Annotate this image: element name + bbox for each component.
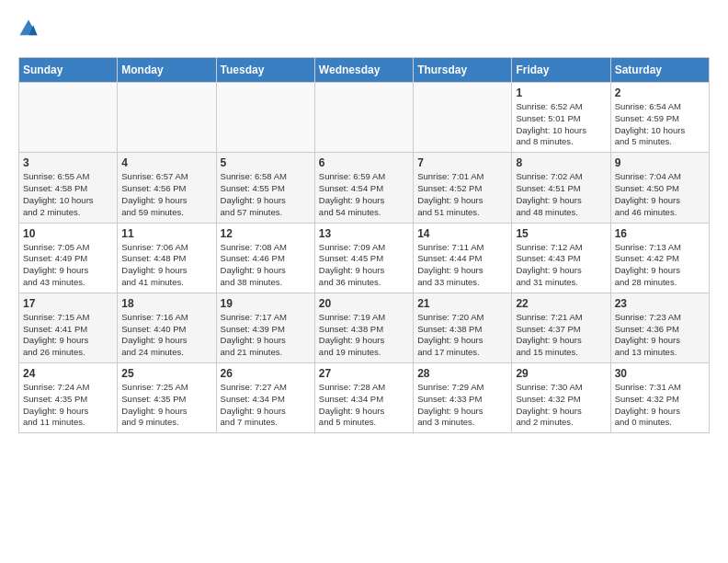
day-number: 3 [23,156,113,169]
day-info: Sunrise: 7:02 AM Sunset: 4:51 PM Dayligh… [516,171,606,218]
day-number: 12 [221,227,311,240]
calendar-cell: 1Sunrise: 6:52 AM Sunset: 5:01 PM Daylig… [512,83,610,153]
calendar-cell: 22Sunrise: 7:21 AM Sunset: 4:37 PM Dayli… [512,293,610,362]
day-number: 22 [516,297,606,310]
calendar-week-row: 10Sunrise: 7:05 AM Sunset: 4:49 PM Dayli… [19,223,710,293]
calendar-cell: 6Sunrise: 6:59 AM Sunset: 4:54 PM Daylig… [314,153,413,223]
day-number: 24 [23,367,113,380]
day-number: 14 [417,227,507,240]
calendar-cell [118,83,216,153]
day-info: Sunrise: 7:29 AM Sunset: 4:33 PM Dayligh… [417,382,507,429]
day-info: Sunrise: 7:01 AM Sunset: 4:52 PM Dayligh… [417,171,507,218]
calendar-cell: 24Sunrise: 7:24 AM Sunset: 4:35 PM Dayli… [19,363,118,433]
day-info: Sunrise: 7:30 AM Sunset: 4:32 PM Dayligh… [516,382,606,429]
day-number: 13 [319,227,409,240]
day-number: 4 [121,156,211,169]
calendar-cell: 4Sunrise: 6:57 AM Sunset: 4:56 PM Daylig… [118,153,216,223]
calendar-cell: 2Sunrise: 6:54 AM Sunset: 4:59 PM Daylig… [610,83,709,153]
calendar-cell: 19Sunrise: 7:17 AM Sunset: 4:39 PM Dayli… [216,293,314,362]
calendar-cell [314,83,413,153]
day-number: 27 [319,367,409,380]
column-header-tuesday: Tuesday [216,58,314,83]
day-number: 11 [121,227,211,240]
logo [18,18,40,42]
column-header-thursday: Thursday [414,58,512,83]
day-number: 25 [121,367,211,380]
day-number: 9 [615,156,705,169]
day-number: 7 [417,156,507,169]
calendar-cell: 11Sunrise: 7:06 AM Sunset: 4:48 PM Dayli… [118,223,216,293]
day-info: Sunrise: 7:06 AM Sunset: 4:48 PM Dayligh… [121,242,211,289]
calendar-header-row: SundayMondayTuesdayWednesdayThursdayFrid… [19,58,710,83]
day-info: Sunrise: 7:31 AM Sunset: 4:32 PM Dayligh… [615,382,705,429]
day-info: Sunrise: 7:09 AM Sunset: 4:45 PM Dayligh… [319,242,409,289]
day-info: Sunrise: 7:05 AM Sunset: 4:49 PM Dayligh… [23,242,113,289]
calendar-cell: 16Sunrise: 7:13 AM Sunset: 4:42 PM Dayli… [610,223,709,293]
day-info: Sunrise: 7:17 AM Sunset: 4:39 PM Dayligh… [221,312,311,359]
day-info: Sunrise: 6:57 AM Sunset: 4:56 PM Dayligh… [121,171,211,218]
calendar-cell: 27Sunrise: 7:28 AM Sunset: 4:34 PM Dayli… [314,363,413,433]
day-info: Sunrise: 7:24 AM Sunset: 4:35 PM Dayligh… [23,382,113,429]
day-number: 28 [417,367,507,380]
day-number: 6 [319,156,409,169]
day-number: 29 [516,367,606,380]
calendar-cell: 3Sunrise: 6:55 AM Sunset: 4:58 PM Daylig… [19,153,118,223]
calendar-cell: 30Sunrise: 7:31 AM Sunset: 4:32 PM Dayli… [610,363,709,433]
day-info: Sunrise: 7:11 AM Sunset: 4:44 PM Dayligh… [417,242,507,289]
day-info: Sunrise: 7:20 AM Sunset: 4:38 PM Dayligh… [417,312,507,359]
calendar-week-row: 24Sunrise: 7:24 AM Sunset: 4:35 PM Dayli… [19,363,710,433]
day-info: Sunrise: 6:55 AM Sunset: 4:58 PM Dayligh… [23,171,113,218]
day-number: 10 [23,227,113,240]
calendar-cell: 8Sunrise: 7:02 AM Sunset: 4:51 PM Daylig… [512,153,610,223]
calendar-cell [19,83,118,153]
calendar-cell: 13Sunrise: 7:09 AM Sunset: 4:45 PM Dayli… [314,223,413,293]
day-number: 30 [615,367,705,380]
day-info: Sunrise: 7:27 AM Sunset: 4:34 PM Dayligh… [221,382,311,429]
day-info: Sunrise: 7:28 AM Sunset: 4:34 PM Dayligh… [319,382,409,429]
calendar-cell: 14Sunrise: 7:11 AM Sunset: 4:44 PM Dayli… [414,223,512,293]
calendar-cell: 20Sunrise: 7:19 AM Sunset: 4:38 PM Dayli… [314,293,413,362]
day-number: 8 [516,156,606,169]
calendar-cell: 9Sunrise: 7:04 AM Sunset: 4:50 PM Daylig… [610,153,709,223]
column-header-wednesday: Wednesday [314,58,413,83]
calendar-cell: 18Sunrise: 7:16 AM Sunset: 4:40 PM Dayli… [118,293,216,362]
day-number: 18 [121,297,211,310]
calendar-cell: 12Sunrise: 7:08 AM Sunset: 4:46 PM Dayli… [216,223,314,293]
calendar-week-row: 17Sunrise: 7:15 AM Sunset: 4:41 PM Dayli… [19,293,710,362]
day-info: Sunrise: 7:16 AM Sunset: 4:40 PM Dayligh… [121,312,211,359]
day-info: Sunrise: 7:04 AM Sunset: 4:50 PM Dayligh… [615,171,705,218]
calendar-cell [414,83,512,153]
calendar-cell [216,83,314,153]
day-info: Sunrise: 6:54 AM Sunset: 4:59 PM Dayligh… [615,101,705,148]
day-number: 1 [516,86,606,99]
day-info: Sunrise: 7:12 AM Sunset: 4:43 PM Dayligh… [516,242,606,289]
day-number: 2 [615,86,705,99]
column-header-friday: Friday [512,58,610,83]
column-header-saturday: Saturday [610,58,709,83]
logo-icon [18,18,39,39]
day-number: 19 [221,297,311,310]
calendar-table: SundayMondayTuesdayWednesdayThursdayFrid… [18,57,710,433]
calendar-cell: 7Sunrise: 7:01 AM Sunset: 4:52 PM Daylig… [414,153,512,223]
calendar-cell: 10Sunrise: 7:05 AM Sunset: 4:49 PM Dayli… [19,223,118,293]
calendar-cell: 25Sunrise: 7:25 AM Sunset: 4:35 PM Dayli… [118,363,216,433]
day-info: Sunrise: 7:13 AM Sunset: 4:42 PM Dayligh… [615,242,705,289]
day-info: Sunrise: 7:08 AM Sunset: 4:46 PM Dayligh… [221,242,311,289]
calendar-week-row: 1Sunrise: 6:52 AM Sunset: 5:01 PM Daylig… [19,83,710,153]
day-info: Sunrise: 7:15 AM Sunset: 4:41 PM Dayligh… [23,312,113,359]
day-number: 16 [615,227,705,240]
day-number: 17 [23,297,113,310]
calendar-week-row: 3Sunrise: 6:55 AM Sunset: 4:58 PM Daylig… [19,153,710,223]
day-number: 21 [417,297,507,310]
day-info: Sunrise: 7:21 AM Sunset: 4:37 PM Dayligh… [516,312,606,359]
calendar-cell: 23Sunrise: 7:23 AM Sunset: 4:36 PM Dayli… [610,293,709,362]
day-number: 26 [221,367,311,380]
page-header [18,18,710,42]
day-number: 5 [221,156,311,169]
day-info: Sunrise: 6:59 AM Sunset: 4:54 PM Dayligh… [319,171,409,218]
calendar-cell: 5Sunrise: 6:58 AM Sunset: 4:55 PM Daylig… [216,153,314,223]
day-number: 15 [516,227,606,240]
day-number: 20 [319,297,409,310]
calendar-cell: 21Sunrise: 7:20 AM Sunset: 4:38 PM Dayli… [414,293,512,362]
day-info: Sunrise: 6:52 AM Sunset: 5:01 PM Dayligh… [516,101,606,148]
